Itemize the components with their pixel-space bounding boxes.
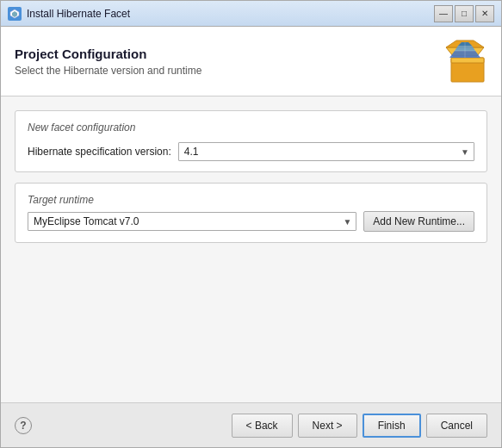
header-icon	[443, 39, 487, 84]
minimize-button[interactable]: —	[434, 5, 453, 22]
runtime-select-wrapper: MyEclipse Tomcat v7.0 <None> ▼	[28, 212, 356, 231]
version-label: Hibernate specification version:	[28, 146, 171, 158]
svg-rect-3	[451, 58, 484, 63]
version-field-row: Hibernate specification version: 4.1 4.0…	[28, 142, 474, 161]
target-runtime-section: Target runtime MyEclipse Tomcat v7.0 <No…	[15, 183, 487, 243]
page-title: Project Configuration	[15, 47, 443, 61]
page-subtitle: Select the Hibernate version and runtime	[15, 65, 443, 77]
facet-config-section: New facet configuration Hibernate specif…	[15, 110, 487, 172]
maximize-button[interactable]: □	[455, 5, 474, 22]
target-runtime-label: Target runtime	[28, 194, 474, 206]
window-icon	[8, 7, 22, 21]
version-select[interactable]: 4.1 4.0 3.6 3.5	[178, 142, 474, 161]
close-button[interactable]: ✕	[475, 5, 494, 22]
footer-buttons: < Back Next > Finish Cancel	[232, 414, 487, 438]
title-bar: Install Hibernate Facet — □ ✕	[1, 1, 501, 27]
footer-left: ?	[15, 417, 232, 434]
window-title: Install Hibernate Facet	[27, 8, 434, 20]
content-area: New facet configuration Hibernate specif…	[1, 96, 501, 402]
back-button[interactable]: < Back	[232, 414, 293, 438]
finish-button[interactable]: Finish	[363, 414, 421, 438]
main-window: Install Hibernate Facet — □ ✕ Project Co…	[0, 0, 502, 448]
runtime-field-row: MyEclipse Tomcat v7.0 <None> ▼ Add New R…	[28, 211, 474, 232]
hibernate-icon	[443, 39, 487, 84]
footer: ? < Back Next > Finish Cancel	[1, 402, 501, 447]
version-select-wrapper: 4.1 4.0 3.6 3.5 ▼	[178, 142, 474, 161]
header-area: Project Configuration Select the Hiberna…	[1, 27, 501, 96]
add-runtime-button[interactable]: Add New Runtime...	[363, 211, 474, 232]
cancel-button[interactable]: Cancel	[426, 414, 487, 438]
help-button[interactable]: ?	[15, 417, 32, 434]
window-controls: — □ ✕	[434, 5, 494, 22]
runtime-select[interactable]: MyEclipse Tomcat v7.0 <None>	[28, 212, 356, 231]
new-facet-label: New facet configuration	[28, 121, 474, 134]
header-text: Project Configuration Select the Hiberna…	[15, 47, 443, 77]
next-button[interactable]: Next >	[298, 414, 357, 438]
